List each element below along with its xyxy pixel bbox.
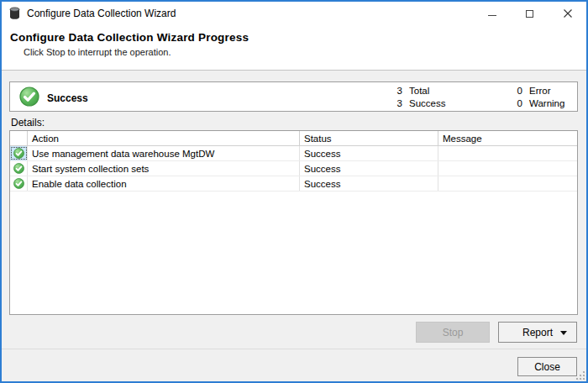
column-header-icon[interactable]	[10, 131, 28, 145]
wizard-header: Configure Data Collection Wizard Progres…	[2, 25, 586, 71]
window-title: Configure Data Collection Wizard	[27, 8, 176, 19]
row-status: Success	[300, 176, 438, 191]
close-window-button[interactable]	[549, 2, 586, 25]
stat-success-value: 3	[390, 98, 402, 109]
stop-button[interactable]: Stop	[416, 322, 490, 343]
table-row[interactable]: Start system collection sets Success	[10, 161, 577, 176]
success-check-icon	[13, 178, 24, 189]
details-table: Action Status Message Use management dat…	[9, 130, 578, 315]
page-subtitle: Click Stop to interrupt the operation.	[24, 47, 171, 57]
close-icon	[564, 9, 572, 18]
stat-warning-value: 0	[510, 98, 522, 109]
report-button[interactable]: Report	[498, 322, 577, 343]
page-title: Configure Data Collection Wizard Progres…	[10, 31, 249, 44]
success-check-icon	[13, 163, 24, 174]
stat-error-label: Error	[529, 86, 564, 97]
table-header-row: Action Status Message	[10, 131, 577, 146]
row-message	[438, 161, 577, 176]
dropdown-arrow-icon	[560, 331, 567, 335]
minimize-button[interactable]	[473, 2, 511, 25]
stat-total-label: Total	[409, 86, 503, 97]
row-status-icon-cell[interactable]	[10, 176, 28, 191]
stat-success-label: Success	[409, 98, 503, 109]
row-message	[438, 146, 577, 160]
column-header-status[interactable]: Status	[300, 131, 438, 145]
row-status: Success	[300, 146, 438, 160]
table-body: Use management data warehouse MgtDW Succ…	[10, 146, 577, 192]
maximize-button[interactable]	[511, 2, 549, 25]
stat-total-value: 3	[390, 86, 402, 97]
title-bar[interactable]: Configure Data Collection Wizard	[2, 2, 586, 25]
summary-stats: 3 Total 0 Error 3 Success 0 Warning	[390, 86, 564, 109]
caption-buttons	[473, 2, 586, 25]
row-action: Use management data warehouse MgtDW	[28, 146, 300, 160]
minimize-icon	[488, 15, 496, 16]
row-status-icon-cell[interactable]	[10, 161, 28, 176]
resize-grip[interactable]	[575, 370, 585, 380]
maximize-icon	[526, 10, 533, 18]
success-check-icon	[13, 148, 24, 159]
stat-warning-label: Warning	[529, 98, 564, 109]
table-row[interactable]: Use management data warehouse MgtDW Succ…	[10, 146, 577, 161]
row-status: Success	[300, 161, 438, 176]
column-header-action[interactable]: Action	[28, 131, 300, 145]
summary-banner: Success 3 Total 0 Error 3 Success 0 Warn…	[9, 81, 578, 112]
wizard-dialog: Configure Data Collection Wizard Configu…	[0, 0, 588, 383]
success-check-icon	[19, 87, 39, 107]
row-action: Start system collection sets	[28, 161, 300, 176]
details-label: Details:	[11, 117, 45, 129]
report-button-label: Report	[522, 327, 553, 338]
row-message	[438, 176, 577, 191]
stat-error-value: 0	[510, 86, 522, 97]
footer-divider	[2, 349, 586, 349]
close-button[interactable]: Close	[517, 357, 577, 376]
status-label: Success	[47, 92, 88, 104]
database-icon	[8, 7, 21, 20]
row-action: Enable data collection	[28, 176, 300, 191]
column-header-message[interactable]: Message	[438, 131, 577, 145]
row-status-icon-cell[interactable]	[10, 146, 28, 160]
table-row[interactable]: Enable data collection Success	[10, 176, 577, 192]
